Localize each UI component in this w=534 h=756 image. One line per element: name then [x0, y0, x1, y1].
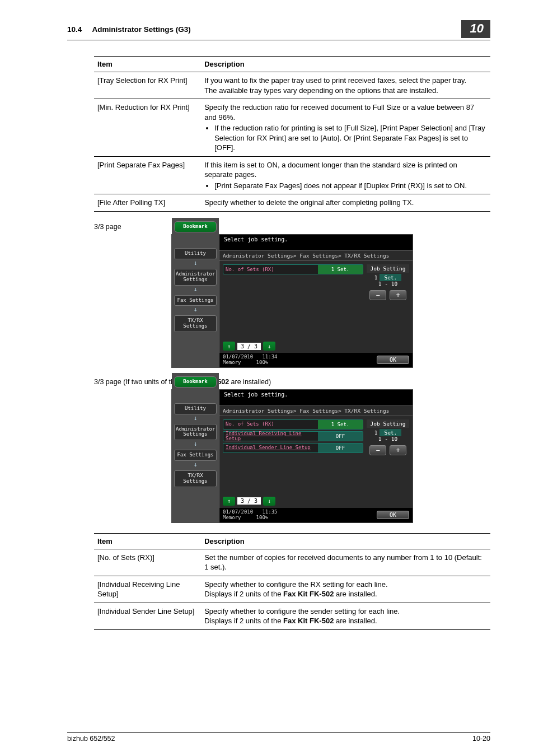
table-row: [Print Separate Fax Pages] If this item … — [94, 156, 490, 194]
device-instruction: Select job setting. — [219, 235, 413, 250]
chapter-badge: 10 — [461, 20, 490, 38]
page-up-button[interactable]: ↑ — [223, 342, 235, 351]
breadcrumb: Administrator Settings> Fax Settings> TX… — [219, 405, 413, 416]
footer-page-number: 10-20 — [472, 735, 490, 743]
footer-model: bizhub 652/552 — [67, 735, 115, 743]
setting-row-individual-sender[interactable]: Individual Sender Line Setup OFF — [223, 443, 363, 453]
pager-text: 3 / 3 — [237, 497, 261, 505]
plus-button[interactable]: + — [390, 445, 406, 455]
bookmark-button[interactable]: Bookmark — [174, 376, 217, 388]
ok-button[interactable]: OK — [377, 356, 409, 364]
settings-table-2: Item Description [No. of Sets (RX)] Set … — [94, 533, 490, 630]
page-down-button[interactable]: ↓ — [263, 342, 275, 351]
caption-3-3: 3/3 page — [94, 223, 490, 231]
job-setting-label: Job Setting — [367, 419, 409, 428]
arrow-down-icon: ↓ — [174, 461, 217, 468]
section-number: 10.4 — [67, 25, 82, 34]
page-up-button[interactable]: ↑ — [223, 497, 235, 506]
page-footer: bizhub 652/552 10-20 — [67, 732, 490, 743]
table-row: [Min. Reduction for RX Print] Specify th… — [94, 99, 490, 157]
device-instruction: Select job setting. — [219, 390, 413, 405]
sidebar-fax-settings[interactable]: Fax Settings — [174, 450, 217, 461]
setting-row-individual-receiving[interactable]: Individual Receiving Line Setup OFF — [223, 431, 363, 441]
table-row: [File After Polling TX] Specify whether … — [94, 194, 490, 212]
plus-button[interactable]: + — [390, 290, 406, 300]
device-sidebar: Bookmark Utility ↓ Administrator Setting… — [172, 218, 219, 367]
sidebar-txrx-settings[interactable]: TX/RX Settings — [174, 315, 217, 332]
arrow-down-icon: ↓ — [174, 306, 217, 313]
setting-row-no-of-sets[interactable]: No. of Sets (RX) 1 Set. — [223, 264, 363, 274]
col-desc: Description — [201, 533, 490, 549]
sidebar-admin-settings[interactable]: Administrator Settings — [174, 424, 217, 441]
col-item: Item — [94, 533, 201, 549]
arrow-down-icon: ↓ — [174, 414, 217, 422]
table-row: [Individual Sender Line Setup] Specify w… — [94, 603, 490, 629]
arrow-down-icon: ↓ — [174, 259, 217, 267]
ok-button[interactable]: OK — [377, 511, 409, 519]
table-row: [Individual Receiving Line Setup] Specif… — [94, 576, 490, 603]
bookmark-button[interactable]: Bookmark — [174, 221, 217, 232]
minus-button[interactable]: − — [369, 290, 386, 300]
device-sidebar: Bookmark Utility ↓ Administrator Setting… — [172, 373, 219, 522]
sidebar-fax-settings[interactable]: Fax Settings — [174, 295, 217, 306]
minus-button[interactable]: − — [369, 445, 386, 455]
caption-3-3-fk502: 3/3 page (If two units of the Fax Kit FK… — [94, 378, 490, 386]
pager-text: 3 / 3 — [237, 343, 261, 350]
arrow-down-icon: ↓ — [174, 286, 217, 293]
section-title: Administrator Settings (G3) — [92, 25, 191, 34]
settings-table-1: Item Description [Tray Selection for RX … — [94, 56, 490, 212]
sidebar-utility[interactable]: Utility — [174, 403, 217, 414]
device-screenshot-2: Bookmark Utility ↓ Administrator Setting… — [171, 389, 413, 523]
breadcrumb: Administrator Settings> Fax Settings> TX… — [219, 250, 413, 261]
device-screenshot-1: Bookmark Utility ↓ Administrator Setting… — [171, 234, 413, 368]
job-setting-label: Job Setting — [367, 264, 409, 273]
col-item: Item — [94, 57, 201, 72]
device-status: 01/07/2010 11:34 Memory 100% — [223, 354, 377, 366]
page-down-button[interactable]: ↓ — [263, 497, 275, 506]
sidebar-txrx-settings[interactable]: TX/RX Settings — [174, 470, 217, 487]
table-row: [Tray Selection for RX Print] If you wan… — [94, 72, 490, 99]
col-desc: Description — [201, 57, 490, 72]
device-status: 01/07/2010 11:35 Memory 100% — [223, 510, 377, 521]
sidebar-admin-settings[interactable]: Administrator Settings — [174, 269, 217, 286]
page-header: 10.4 Administrator Settings (G3) 10 — [67, 20, 490, 40]
table-row: [No. of Sets (RX)] Set the number of cop… — [94, 549, 490, 576]
sidebar-utility[interactable]: Utility — [174, 248, 217, 259]
arrow-down-icon: ↓ — [174, 440, 217, 447]
setting-row-no-of-sets[interactable]: No. of Sets (RX) 1 Set. — [223, 419, 363, 430]
